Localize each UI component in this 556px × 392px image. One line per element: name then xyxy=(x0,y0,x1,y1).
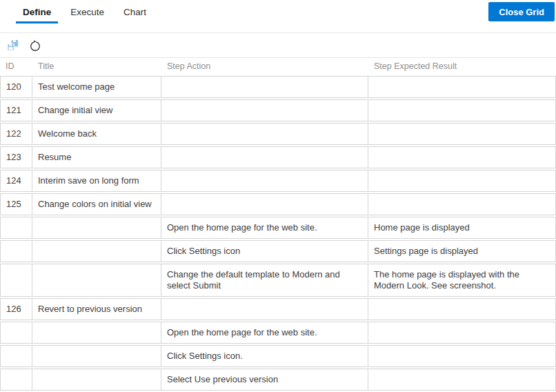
close-grid-button[interactable]: Close Grid xyxy=(488,2,555,21)
step-expected-cell xyxy=(368,298,556,320)
step-expected-cell[interactable] xyxy=(368,322,556,344)
title-cell xyxy=(32,369,161,391)
test-step-row: Click Settings icon. xyxy=(0,345,556,367)
test-case-row: 121Change initial view xyxy=(0,99,556,121)
test-step-row: Open the home page for the web site.Home… xyxy=(0,217,556,239)
row-id-cell[interactable]: 121 xyxy=(0,99,32,121)
step-expected-cell[interactable] xyxy=(368,345,556,367)
step-action-cell[interactable]: Click Settings icon. xyxy=(161,345,368,367)
test-case-row: 120Test welcome page xyxy=(0,76,556,98)
step-expected-cell[interactable]: The home page is displayed with the Mode… xyxy=(368,264,556,297)
step-action-cell[interactable]: Open the home page for the web site. xyxy=(161,322,368,344)
title-cell[interactable]: Interim save on long form xyxy=(32,170,161,192)
title-cell xyxy=(32,322,161,344)
grid-toolbar xyxy=(0,32,556,58)
column-header-id[interactable]: ID xyxy=(0,61,32,71)
row-id-cell[interactable]: 123 xyxy=(0,146,32,168)
row-id-cell[interactable] xyxy=(0,322,32,344)
step-action-cell xyxy=(161,170,368,192)
step-expected-cell xyxy=(368,99,556,121)
save-all-icon[interactable] xyxy=(6,39,19,52)
title-cell xyxy=(32,217,161,239)
step-action-cell xyxy=(161,99,368,121)
step-action-cell[interactable]: Click Settings icon xyxy=(161,240,368,262)
step-action-cell[interactable]: Open the home page for the web site. xyxy=(161,217,368,239)
test-step-row: Change the default template to Modern an… xyxy=(0,264,556,297)
title-cell[interactable]: Resume xyxy=(32,146,161,168)
test-step-row: Select Use previous version xyxy=(0,369,556,391)
row-id-cell[interactable]: 122 xyxy=(0,123,32,145)
step-action-cell[interactable]: Change the default template to Modern an… xyxy=(161,264,368,297)
title-cell[interactable]: Test welcome page xyxy=(32,76,161,98)
test-case-row: 124Interim save on long form xyxy=(0,170,556,192)
step-action-cell xyxy=(161,193,368,215)
step-action-cell xyxy=(161,76,368,98)
column-header-title[interactable]: Title xyxy=(32,61,161,71)
row-id-cell[interactable]: 124 xyxy=(0,170,32,192)
row-id-cell[interactable] xyxy=(0,369,32,391)
test-case-row: 125Change colors on initial view xyxy=(0,193,556,215)
step-expected-cell xyxy=(368,193,556,215)
step-action-cell xyxy=(161,146,368,168)
refresh-icon[interactable] xyxy=(28,39,42,52)
step-expected-cell xyxy=(368,170,556,192)
grid-column-headers: IDTitleStep ActionStep Expected Result xyxy=(0,58,556,75)
title-cell xyxy=(32,264,161,297)
title-cell xyxy=(32,345,161,367)
column-header-step-action[interactable]: Step Action xyxy=(161,61,368,71)
title-cell xyxy=(32,240,161,262)
step-expected-cell[interactable]: Settings page is displayed xyxy=(368,240,556,262)
tab-strip: DefineExecuteChart Close Grid xyxy=(0,0,556,32)
test-case-row: 126Revert to previous version xyxy=(0,298,556,320)
step-expected-cell xyxy=(368,123,556,145)
row-id-cell[interactable] xyxy=(0,345,32,367)
row-id-cell[interactable]: 125 xyxy=(0,193,32,215)
test-step-row: Click Settings iconSettings page is disp… xyxy=(0,240,556,262)
step-expected-cell[interactable] xyxy=(368,369,556,391)
step-action-cell xyxy=(161,298,368,320)
title-cell[interactable]: Revert to previous version xyxy=(32,298,161,320)
test-step-row: Open the home page for the web site. xyxy=(0,322,556,344)
title-cell[interactable]: Welcome back xyxy=(32,123,161,145)
step-action-cell xyxy=(161,123,368,145)
row-id-cell[interactable] xyxy=(0,264,32,297)
row-id-cell[interactable] xyxy=(0,217,32,239)
row-id-cell[interactable] xyxy=(0,240,32,262)
step-expected-cell xyxy=(368,146,556,168)
test-case-row: 123Resume xyxy=(0,146,556,168)
tab-chart[interactable]: Chart xyxy=(117,0,153,23)
tab-define[interactable]: Define xyxy=(16,0,58,23)
title-cell[interactable]: Change initial view xyxy=(32,99,161,121)
test-case-row: 122Welcome back xyxy=(0,123,556,145)
row-id-cell[interactable]: 120 xyxy=(0,76,32,98)
title-cell[interactable]: Change colors on initial view xyxy=(32,193,161,215)
step-expected-cell xyxy=(368,76,556,98)
tab-execute[interactable]: Execute xyxy=(63,0,111,23)
test-case-grid: 120Test welcome page121Change initial vi… xyxy=(0,75,556,392)
step-action-cell[interactable]: Select Use previous version xyxy=(161,369,368,391)
step-expected-cell[interactable]: Home page is displayed xyxy=(368,217,556,239)
row-id-cell[interactable]: 126 xyxy=(0,298,32,320)
column-header-step-expected-result[interactable]: Step Expected Result xyxy=(368,61,556,71)
